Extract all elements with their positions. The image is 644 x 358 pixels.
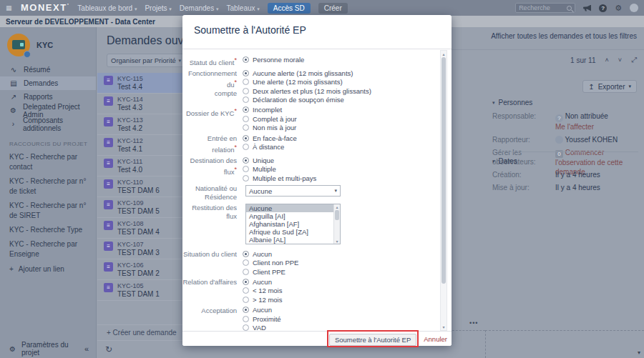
radio-selected[interactable] (243, 70, 249, 76)
people-section-header[interactable]: ▾Personnes (492, 99, 638, 106)
nationality-select[interactable]: Aucune▾ (245, 185, 341, 197)
radio-selected[interactable] (243, 307, 249, 313)
divider (492, 151, 638, 152)
access-sd-button[interactable]: Accès SD (268, 3, 311, 14)
app-switcher-icon[interactable]: ▦ (6, 4, 13, 11)
assign-to-me-link[interactable]: Me l'affecter (555, 123, 594, 131)
nav-item-issues[interactable]: Demandes ▾ (180, 4, 219, 12)
sidebar-item-summary[interactable]: ∿Résumé (0, 63, 96, 76)
dialog-scrollbar[interactable]: ▴▾ (440, 50, 447, 331)
radio[interactable] (243, 79, 249, 85)
anonymous-avatar: ? (555, 114, 563, 122)
sidebar-item-delegated-admin[interactable]: ⚙Delegated Project Admin (0, 104, 96, 117)
export-button[interactable]: ↥ Exporter ▾ (582, 80, 637, 93)
radio-selected[interactable] (243, 56, 249, 63)
gear-list-icon: ⚙ (9, 106, 17, 114)
dialog-footer: Soumettre à l'Autorité EP Annuler (182, 331, 452, 346)
radio[interactable] (243, 116, 249, 122)
radio[interactable] (243, 144, 249, 150)
radio[interactable] (243, 287, 249, 294)
scroll-down-icon[interactable]: ▾ (441, 324, 447, 329)
radio[interactable] (243, 96, 249, 103)
sidebar-nav: ∿Résumé ▤Demandes ↗Rapports ⚙Delegated P… (0, 63, 96, 131)
previous-issue-icon[interactable]: ˄ (605, 56, 608, 64)
shortcut-search-contact[interactable]: KYC - Recherche par contact (0, 150, 96, 174)
radio-selected[interactable] (243, 106, 249, 113)
scroll-up-icon[interactable]: ▴ (441, 51, 447, 56)
radio[interactable] (243, 124, 249, 131)
gear-icon[interactable]: ⚙ (615, 4, 622, 12)
chevron-down-icon: ▾ (628, 84, 631, 89)
megaphone-icon[interactable] (583, 5, 591, 11)
show-all-filters-link[interactable]: Afficher toutes les demandes et tous les… (491, 32, 637, 40)
next-issue-icon[interactable]: ˅ (618, 56, 622, 64)
monext-logo[interactable]: MONEXT’ (21, 2, 69, 13)
help-icon[interactable]: ? (599, 4, 607, 12)
project-sidebar: KYC ∿Résumé ▤Demandes ↗Rapports ⚙Delegat… (0, 27, 97, 358)
flows-listbox[interactable]: Aucune Anguilla [AI] Afghanistan [AF] Af… (245, 204, 341, 244)
radio[interactable] (243, 166, 249, 172)
select-arrow-icon: ▾ (334, 188, 337, 194)
top-navigation: ▦ MONEXT’ Tableaux de bord ▾ Projets ▾ D… (0, 0, 644, 16)
listbox-option[interactable]: Afghanistan [AF] (246, 220, 340, 228)
listbox-option-selected[interactable]: Aucune (246, 204, 340, 212)
listbox-option[interactable]: Albanie [AL] (246, 236, 340, 244)
scroll-down-indicator: ▾ (638, 349, 640, 356)
nav-item-boards[interactable]: Tableaux ▾ (226, 4, 259, 12)
reporter-row: Rapporteur: Youssef KOHEN (492, 135, 638, 144)
task-icon: ≡ (104, 96, 113, 106)
user-avatar[interactable] (630, 4, 638, 12)
radio[interactable] (243, 316, 249, 322)
radio[interactable] (243, 269, 249, 275)
radio[interactable] (243, 259, 249, 266)
shortcut-search-enseigne[interactable]: KYC - Recherche par Enseigne (0, 237, 96, 262)
reporter-value: Youssef KOHEN (565, 136, 618, 144)
search-input[interactable] (519, 4, 565, 11)
chart-icon: ↗ (9, 93, 18, 101)
cancel-link[interactable]: Annuler (424, 335, 447, 343)
nav-item-dashboards[interactable]: Tableaux de bord ▾ (77, 4, 137, 12)
shortcut-search-siret[interactable]: KYC - Recherche par n° de SIRET (0, 199, 96, 223)
sidebar-item-reports[interactable]: ↗Rapports (0, 90, 96, 104)
sidebar-item-issues[interactable]: ▤Demandes (0, 76, 96, 90)
dialog-form: Statut du client* Personne morale Foncti… (182, 50, 440, 331)
radio-selected[interactable] (243, 157, 249, 164)
radio[interactable] (243, 324, 249, 331)
nav-item-projects[interactable]: Projets ▾ (145, 4, 171, 12)
form-group-fonctionnement-compte: Fonctionnement du*compte Aucune alerte (… (182, 69, 440, 104)
submit-authority-dialog: Soumettre à l'Autorité EP Statut du clie… (182, 15, 452, 346)
more-actions-ellipsis[interactable]: ••• (469, 319, 478, 327)
expand-icon[interactable]: ⤢ (631, 56, 637, 64)
submit-authority-button[interactable]: Soumettre à l'Autorité EP (329, 334, 416, 346)
radio[interactable] (243, 175, 249, 182)
project-settings-link[interactable]: Paramètres du projet (21, 341, 79, 357)
shortcut-search-type[interactable]: KYC - Recherche Type (0, 223, 96, 237)
task-icon: ≡ (104, 117, 113, 126)
collapse-sidebar-icon[interactable]: « (84, 344, 89, 353)
sidebar-item-addons[interactable]: ›Composants additionnels (0, 117, 96, 131)
radio[interactable] (243, 297, 249, 303)
refresh-icon[interactable]: ↻ (105, 344, 112, 354)
listbox-option[interactable]: Afrique du Sud [ZA] (246, 228, 340, 236)
radio-selected[interactable] (243, 279, 249, 285)
required-asterisk: * (234, 166, 237, 173)
radio[interactable] (243, 88, 249, 94)
search-box[interactable] (515, 3, 575, 13)
radio-selected[interactable] (243, 251, 249, 257)
dialog-title: Soumettre à l'Autorité EP (194, 24, 440, 36)
settings-gear-icon: ⚙ (9, 345, 16, 353)
project-header[interactable]: KYC (0, 27, 96, 61)
dates-section-header[interactable]: ▾Dates (492, 157, 638, 165)
radio-selected[interactable] (243, 135, 249, 141)
add-link-button[interactable]: +Ajouter un lien (0, 262, 96, 273)
form-group-restitution-flux: Restitution des flux Aucune Anguilla [AI… (182, 203, 440, 248)
listbox-scrollbar[interactable]: ▴▾ (333, 204, 340, 244)
assignee-row: Responsable: ? Non attribuéeMe l'affecte… (492, 111, 638, 131)
form-group-entree-relation: Entrée en relation* En face-à-face À dis… (182, 134, 440, 154)
scrollbar-thumb[interactable] (441, 57, 446, 284)
create-button[interactable]: Créer (318, 3, 348, 14)
sort-dropdown[interactable]: Organiser par Priorité▾ (107, 54, 185, 67)
listbox-option[interactable]: Anguilla [AI] (246, 212, 340, 220)
project-name: KYC (36, 41, 53, 49)
shortcut-search-ticket[interactable]: KYC - Recherche par n° de ticket (0, 174, 96, 199)
